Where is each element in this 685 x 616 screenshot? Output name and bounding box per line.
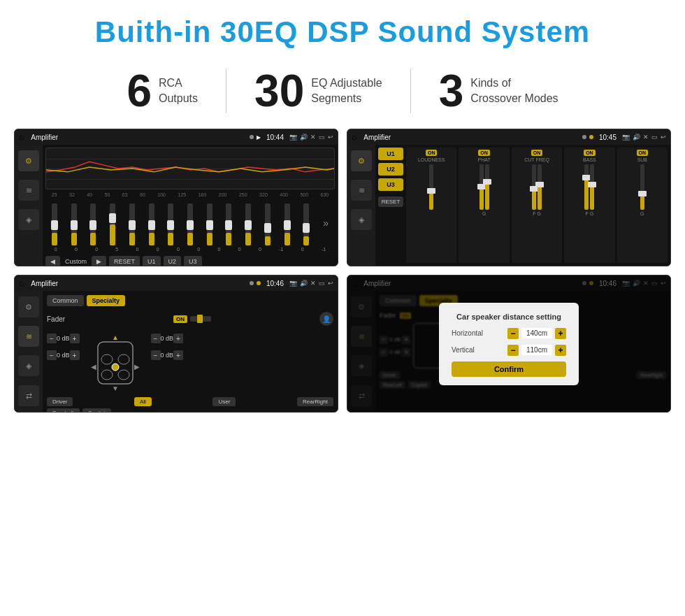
fader-rearright-minus[interactable]: − [151,350,161,360]
eq-slider-1[interactable] [52,203,57,245]
eq-u3-btn[interactable]: U3 [184,256,202,266]
cv-side-btn-1[interactable]: ⚙ [351,150,372,171]
ch-on-phat[interactable]: ON [478,150,490,156]
eq-next-btn[interactable]: ▶ [92,256,106,266]
fader-slider-handle[interactable] [197,315,203,323]
stat-label-rca: RCAOutputs [159,76,198,107]
ch-on-bass[interactable]: ON [584,150,596,156]
fader-rearright-btn[interactable]: RearRight [297,397,333,406]
fader-header: Fader ON 👤 [47,312,333,326]
fader-right-controls: − 0 dB + − 0 dB + [151,331,184,394]
dialog-vertical-minus[interactable]: − [507,345,519,356]
tab-common[interactable]: Common [47,295,84,306]
back-icon-eq[interactable]: ↩ [328,134,333,141]
u2-btn[interactable]: U2 [378,163,403,176]
home-icon-crossover[interactable]: ⌂ [352,132,356,142]
eq-slider-14[interactable] [303,203,309,245]
ch-slider-loudness[interactable] [429,164,433,210]
dialog-title: Car speaker distance setting [452,313,566,321]
eq-slider-6[interactable] [149,203,154,245]
crossover-reset-btn[interactable]: RESET [378,196,403,207]
eq-side-btn-1[interactable]: ⚙ [18,150,39,171]
fader-rearleft-plus[interactable]: + [70,350,80,360]
fader-rearleft-btn[interactable]: RearLeft [47,408,80,413]
screenshot-fader: ⌂ Amplifier 10:46 📷 🔊 ✕ ▭ ↩ ⚙ ≋ ◈ [14,275,338,413]
dialog-vertical-plus[interactable]: + [555,345,566,356]
fader-slider-h[interactable] [190,316,211,322]
ch-slider-phat-1[interactable] [480,164,484,210]
eq-reset-btn[interactable]: RESET [109,256,140,266]
fader-driver-minus[interactable]: − [47,334,57,343]
fd-side-btn-2[interactable]: ≋ [18,326,39,347]
eq-slider-5[interactable] [129,203,135,245]
fader-all-btn[interactable]: All [134,397,152,406]
eq-slider-11[interactable] [245,203,251,245]
stat-eq: 30 EQ AdjustableSegments [226,69,411,113]
ch-slider-bass-2[interactable] [590,164,594,210]
ch-on-loudness[interactable]: ON [426,150,438,156]
expand-icon-eq[interactable]: » [323,217,329,229]
eq-side-btn-3[interactable]: ◈ [18,209,39,230]
eq-slider-13[interactable] [284,203,290,245]
fd-side-btn-3[interactable]: ◈ [18,355,39,376]
stat-label-crossover: Kinds ofCrossover Modes [470,76,558,107]
fader-on-badge[interactable]: ON [173,315,187,323]
fader-copilot-btn[interactable]: Copilot [82,408,111,413]
eq-slider-8[interactable] [187,203,193,245]
fader-main: Common Specialty Fader ON [43,291,338,412]
dialog-confirm-btn[interactable]: Confirm [452,361,566,377]
fader-rearright-plus[interactable]: + [173,350,183,360]
u1-btn[interactable]: U1 [378,148,403,160]
eq-slider-4[interactable] [110,203,115,245]
eq-prev-btn[interactable]: ◀ [45,256,60,266]
dialog-horizontal-minus[interactable]: − [507,328,519,339]
home-icon-fader[interactable]: ⌂ [19,278,24,288]
fader-rearleft-minus[interactable]: − [47,350,57,360]
fader-content: ⚙ ≋ ◈ ⇄ Common Specialty Fader [15,291,338,412]
fader-driver-plus[interactable]: + [70,334,80,343]
status-time-eq: 10:44 [266,134,284,141]
ch-slider-cutfreq-1[interactable] [532,164,536,210]
eq-slider-7[interactable] [168,203,173,245]
screen-crossover-wrapper: ⌂ Amplifier 10:45 📷 🔊 ✕ ▭ ↩ ⚙ ≋ ◈ [347,129,670,266]
eq-slider-9[interactable] [207,203,212,245]
ch-label-loudness: LOUDNESS [418,157,445,162]
ch-on-sub[interactable]: ON [637,150,649,156]
fader-slider-h-container [190,316,211,322]
fader-driver-row: − 0 dB + [47,334,80,343]
eq-slider-12[interactable] [265,203,271,245]
eq-slider-10[interactable] [226,203,231,245]
x-icon-crossover: ✕ [643,134,649,141]
cv-side-btn-2[interactable]: ≋ [351,180,372,201]
fader-copilot-plus[interactable]: + [173,334,183,343]
ch-slider-phat-2[interactable] [485,164,489,210]
eq-side-btn-2[interactable]: ≋ [18,180,39,201]
cv-side-btn-3[interactable]: ◈ [351,209,372,230]
fader-copilot-minus[interactable]: − [151,334,161,343]
back-icon-crossover[interactable]: ↩ [661,134,666,141]
ch-slider-bass-1[interactable] [584,164,589,210]
tab-specialty[interactable]: Specialty [87,295,126,306]
u3-btn[interactable]: U3 [378,178,403,191]
eq-slider-2[interactable] [71,203,77,245]
fader-driver-btn[interactable]: Driver [47,397,73,406]
eq-values: 00050000000-10-1 [45,247,335,252]
ch-slider-sub[interactable] [640,164,644,210]
fd-side-btn-1[interactable]: ⚙ [18,296,39,317]
eq-u2-btn[interactable]: U2 [164,256,182,266]
eq-slider-3[interactable] [90,203,96,245]
ch-on-cutfreq[interactable]: ON [531,150,543,156]
fd-side-btn-4[interactable]: ⇄ [18,385,39,406]
dialog-horizontal-plus[interactable]: + [555,328,566,339]
fader-user-btn[interactable]: User [212,397,236,406]
eq-u1-btn[interactable]: U1 [143,256,161,266]
back-icon-fader[interactable]: ↩ [328,280,333,287]
rect-icon-fader: ▭ [319,280,325,287]
home-icon-eq[interactable]: ⌂ [19,132,24,142]
dialog-vertical-label: Vertical [452,346,475,354]
settings-icon-fader[interactable]: 👤 [319,312,333,326]
vol-icon-eq: 🔊 [300,134,308,141]
play-icon-eq[interactable]: ▶ [257,134,261,141]
cam-icon-crossover: 📷 [622,134,630,141]
ch-slider-cutfreq-2[interactable] [538,164,542,210]
